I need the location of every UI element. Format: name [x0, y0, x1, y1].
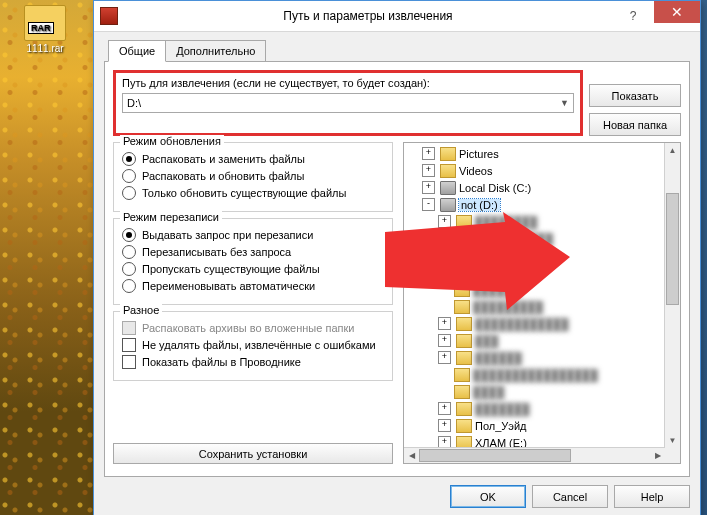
radio-icon [122, 245, 136, 259]
folder-icon [454, 249, 470, 263]
tree-item[interactable]: +████████████ [406, 315, 678, 332]
tab-general[interactable]: Общие [108, 40, 166, 62]
tree-label: ██████████ [475, 233, 553, 245]
expand-icon[interactable]: + [422, 181, 435, 194]
save-settings-button[interactable]: Сохранить установки [113, 443, 393, 464]
group-label: Разное [120, 304, 162, 316]
tab-panel: Путь для извлечения (если не существует,… [104, 61, 690, 477]
tree-item[interactable]: ██████ [406, 281, 678, 298]
tree-item[interactable]: +Pictures [406, 145, 678, 162]
radio-option[interactable]: Переименовывать автоматически [122, 279, 384, 293]
scroll-thumb[interactable] [419, 449, 571, 462]
tree-item[interactable]: +███████ [406, 400, 678, 417]
expand-icon[interactable]: + [438, 402, 451, 415]
expand-icon[interactable]: + [438, 215, 451, 228]
radio-icon [122, 152, 136, 166]
tree-label: ████████ [473, 267, 535, 279]
tree-item[interactable]: █████ [406, 247, 678, 264]
tab-advanced[interactable]: Дополнительно [165, 40, 266, 62]
tree-label: Local Disk (C:) [459, 182, 531, 194]
wallpaper-left [0, 0, 100, 515]
chevron-down-icon[interactable]: ▼ [560, 98, 569, 108]
app-icon [100, 7, 118, 25]
folder-icon [456, 232, 472, 246]
expand-icon[interactable]: + [438, 334, 451, 347]
horizontal-scrollbar[interactable]: ◀ ▶ [404, 447, 665, 463]
scroll-left-icon[interactable]: ◀ [404, 448, 419, 463]
desktop-rar-icon[interactable]: 1111.rar [20, 5, 70, 54]
folder-icon [440, 164, 456, 178]
tree-item[interactable]: +Пол_Уэйд [406, 417, 678, 434]
option-label: Только обновить существующие файлы [142, 187, 346, 199]
tree-label: ████████████████ [473, 369, 598, 381]
titlebar: Путь и параметры извлечения ? ✕ [94, 1, 700, 32]
ok-button[interactable]: OK [450, 485, 526, 508]
tree-label: ██████ [473, 284, 520, 296]
radio-icon [122, 228, 136, 242]
folder-icon [456, 351, 472, 365]
expand-icon[interactable]: + [438, 232, 451, 245]
tree-item[interactable]: -not (D:) [406, 196, 678, 213]
checkbox-icon [122, 321, 136, 335]
dialog-title: Путь и параметры извлечения [124, 9, 612, 23]
tree-item[interactable]: +Local Disk (C:) [406, 179, 678, 196]
scroll-up-icon[interactable]: ▲ [665, 143, 680, 158]
radio-option[interactable]: Распаковать и заменить файлы [122, 152, 384, 166]
folder-icon [456, 334, 472, 348]
option-label: Распаковать и обновить файлы [142, 170, 304, 182]
tree-label: ████ [473, 386, 504, 398]
misc-group: Разное Распаковать архивы во вложенные п… [113, 311, 393, 381]
cancel-button[interactable]: Cancel [532, 485, 608, 508]
tree-item[interactable]: +██████████ [406, 230, 678, 247]
checkbox-icon [122, 338, 136, 352]
desktop-icon-label: 1111.rar [20, 43, 70, 54]
expand-icon[interactable]: + [438, 419, 451, 432]
tree-item[interactable]: +████████ [406, 213, 678, 230]
expand-icon[interactable]: - [422, 198, 435, 211]
folder-tree[interactable]: +Pictures+Videos+Local Disk (C:)-not (D:… [403, 142, 681, 464]
drive-icon [440, 198, 456, 212]
dialog-footer: OK Cancel Help [450, 485, 690, 508]
checkbox-option[interactable]: Не удалять файлы, извлечённые с ошибками [122, 338, 384, 352]
drive-icon [440, 181, 456, 195]
option-label: Показать файлы в Проводнике [142, 356, 301, 368]
checkbox-option[interactable]: Показать файлы в Проводнике [122, 355, 384, 369]
radio-option[interactable]: Перезаписывать без запроса [122, 245, 384, 259]
group-label: Режим обновления [120, 135, 224, 147]
close-button[interactable]: ✕ [654, 1, 700, 23]
path-value: D:\ [127, 97, 141, 109]
help-titlebar-button[interactable]: ? [612, 5, 654, 27]
tree-item[interactable]: ████████ [406, 264, 678, 281]
radio-option[interactable]: Выдавать запрос при перезаписи [122, 228, 384, 242]
radio-option[interactable]: Только обновить существующие файлы [122, 186, 384, 200]
checkbox-icon [122, 355, 136, 369]
expand-icon[interactable]: + [438, 351, 451, 364]
scroll-down-icon[interactable]: ▼ [665, 433, 680, 448]
new-folder-button[interactable]: Новая папка [589, 113, 681, 136]
show-button[interactable]: Показать [589, 84, 681, 107]
scroll-right-icon[interactable]: ▶ [650, 448, 665, 463]
expand-icon[interactable]: + [422, 164, 435, 177]
tree-item[interactable]: +Videos [406, 162, 678, 179]
tree-item[interactable]: █████████ [406, 298, 678, 315]
vertical-scrollbar[interactable]: ▲ ▼ [664, 143, 680, 448]
folder-icon [456, 402, 472, 416]
extract-dialog: Путь и параметры извлечения ? ✕ Общие До… [93, 0, 701, 515]
expand-icon[interactable]: + [438, 317, 451, 330]
tree-item[interactable]: ████ [406, 383, 678, 400]
option-label: Не удалять файлы, извлечённые с ошибками [142, 339, 376, 351]
folder-icon [454, 368, 470, 382]
tree-item[interactable]: ████████████████ [406, 366, 678, 383]
option-label: Перезаписывать без запроса [142, 246, 291, 258]
scroll-thumb[interactable] [666, 193, 679, 305]
expand-icon[interactable]: + [422, 147, 435, 160]
tree-label: Пол_Уэйд [475, 420, 526, 432]
help-button[interactable]: Help [614, 485, 690, 508]
tree-label: Videos [459, 165, 492, 177]
radio-option[interactable]: Пропускать существующие файлы [122, 262, 384, 276]
radio-option[interactable]: Распаковать и обновить файлы [122, 169, 384, 183]
tree-label: ████████████ [475, 318, 569, 330]
path-combobox[interactable]: D:\ ▼ [122, 93, 574, 113]
tree-item[interactable]: +███ [406, 332, 678, 349]
tree-item[interactable]: +██████ [406, 349, 678, 366]
